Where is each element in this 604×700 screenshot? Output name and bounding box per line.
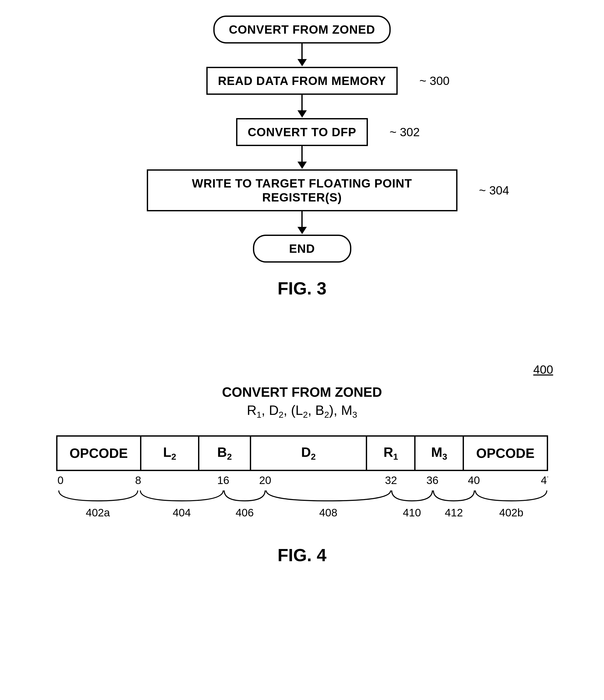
start-node: CONVERT FROM ZONED	[213, 16, 391, 44]
step-302-wrapper: CONVERT TO DFP ~ 302	[236, 118, 368, 146]
fig4-container: 400 CONVERT FROM ZONED R1, D2, (L2, B2),…	[30, 362, 574, 565]
step-304-wrapper: WRITE TO TARGET FLOATING POINT REGISTER(…	[147, 169, 457, 211]
page: CONVERT FROM ZONED READ DATA FROM MEMORY…	[0, 0, 604, 700]
svg-text:16: 16	[217, 474, 229, 486]
arrow-1	[298, 44, 307, 67]
arrow-4	[298, 211, 307, 234]
svg-text:410: 410	[403, 506, 421, 519]
svg-text:404: 404	[172, 506, 191, 519]
end-node: END	[253, 234, 351, 262]
svg-text:406: 406	[235, 506, 253, 519]
col-opcode2: OPCODE	[463, 436, 547, 470]
fig4-caption: FIG. 4	[278, 545, 326, 565]
fig4-ref-label: 400	[533, 362, 553, 377]
fig4-heading1: CONVERT FROM ZONED	[222, 384, 382, 400]
col-d2: D2	[250, 436, 367, 470]
bit-positions-svg: 0 8 16 20 32 36 40 47	[56, 472, 548, 529]
svg-text:32: 32	[385, 474, 397, 486]
fig3-container: CONVERT FROM ZONED READ DATA FROM MEMORY…	[147, 16, 457, 298]
step-300-wrapper: READ DATA FROM MEMORY ~ 300	[206, 67, 398, 95]
svg-text:412: 412	[445, 506, 463, 519]
step-302-box: CONVERT TO DFP	[236, 118, 368, 146]
col-opcode1: OPCODE	[57, 436, 141, 470]
fig4-heading2: R1, D2, (L2, B2), M3	[247, 402, 357, 420]
arrow-3	[298, 146, 307, 169]
svg-text:402b: 402b	[499, 506, 523, 519]
svg-text:36: 36	[426, 474, 438, 486]
col-b2: B2	[199, 436, 250, 470]
step-304-label: ~ 304	[479, 183, 509, 197]
step-300-label: ~ 300	[420, 74, 449, 88]
svg-text:402a: 402a	[86, 506, 110, 519]
svg-text:20: 20	[259, 474, 271, 486]
svg-text:408: 408	[319, 506, 337, 519]
svg-text:8: 8	[135, 474, 141, 486]
col-r1: R1	[367, 436, 415, 470]
step-304-box: WRITE TO TARGET FLOATING POINT REGISTER(…	[147, 169, 457, 211]
step-300-box: READ DATA FROM MEMORY	[206, 67, 398, 95]
col-m3: M3	[415, 436, 463, 470]
fig3-caption: FIG. 3	[278, 278, 326, 298]
svg-text:0: 0	[57, 474, 64, 486]
col-l2: L2	[141, 436, 199, 470]
step-302-label: ~ 302	[389, 125, 420, 139]
instruction-format-table: OPCODE L2 B2 D2 R1 M3 OPCODE	[56, 435, 548, 471]
arrow-2	[298, 95, 307, 118]
svg-text:40: 40	[468, 474, 480, 486]
svg-text:47: 47	[541, 474, 548, 486]
